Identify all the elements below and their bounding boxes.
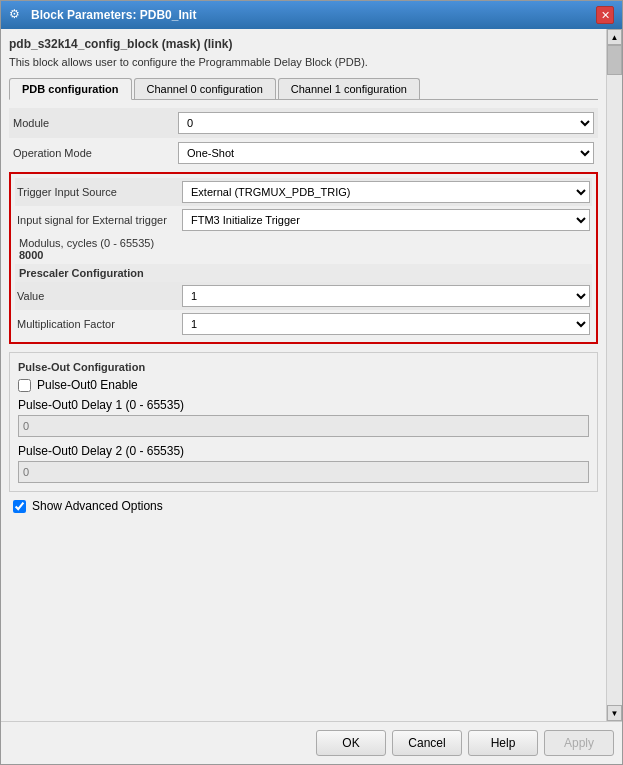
pulse-out0-enable-row: Pulse-Out0 Enable bbox=[14, 375, 593, 395]
scrollbar-up-button[interactable]: ▲ bbox=[607, 29, 622, 45]
cancel-button[interactable]: Cancel bbox=[392, 730, 462, 756]
window-title: Block Parameters: PDB0_Init bbox=[31, 8, 196, 22]
tab-bar: PDB configuration Channel 0 configuratio… bbox=[9, 78, 598, 100]
scrollbar-track[interactable] bbox=[607, 45, 622, 705]
title-bar-left: ⚙ Block Parameters: PDB0_Init bbox=[9, 7, 196, 23]
modulus-cycles-value: 8000 bbox=[15, 249, 592, 264]
pulse-out-header: Pulse-Out Configuration bbox=[14, 357, 593, 375]
multiplication-factor-label: Multiplication Factor bbox=[17, 318, 182, 330]
module-control: 0 1 bbox=[178, 112, 594, 134]
modulus-cycles-label: Modulus, cycles (0 - 65535) bbox=[15, 234, 592, 249]
scrollbar-down-button[interactable]: ▼ bbox=[607, 705, 622, 721]
input-signal-external-select[interactable]: FTM3 Initialize Trigger FTM0 Initialize … bbox=[182, 209, 590, 231]
pulse-out0-delay2-input-row bbox=[14, 461, 593, 487]
tab-channel1-configuration[interactable]: Channel 1 configuration bbox=[278, 78, 420, 99]
tab-pdb-configuration[interactable]: PDB configuration bbox=[9, 78, 132, 100]
pulse-out0-delay1-input[interactable] bbox=[18, 415, 589, 437]
trigger-input-source-control: External (TRGMUX_PDB_TRIG) Software Trig… bbox=[182, 181, 590, 203]
scrollbar-thumb[interactable] bbox=[607, 45, 622, 75]
help-button[interactable]: Help bbox=[468, 730, 538, 756]
show-advanced-row: Show Advanced Options bbox=[9, 496, 598, 516]
input-signal-external-row: Input signal for External trigger FTM3 I… bbox=[15, 206, 592, 234]
pulse-out0-enable-checkbox[interactable] bbox=[18, 379, 31, 392]
input-signal-external-control: FTM3 Initialize Trigger FTM0 Initialize … bbox=[182, 209, 590, 231]
pulse-out0-enable-label: Pulse-Out0 Enable bbox=[37, 378, 138, 392]
show-advanced-label: Show Advanced Options bbox=[32, 499, 163, 513]
pulse-out0-delay2-label: Pulse-Out0 Delay 2 (0 - 65535) bbox=[18, 444, 589, 458]
module-row: Module 0 1 bbox=[9, 108, 598, 138]
operation-mode-select[interactable]: One-Shot Continuous Back-to-Back bbox=[178, 142, 594, 164]
input-signal-external-label: Input signal for External trigger bbox=[17, 214, 182, 226]
module-select[interactable]: 0 1 bbox=[178, 112, 594, 134]
operation-mode-control: One-Shot Continuous Back-to-Back bbox=[178, 142, 594, 164]
prescaler-value-control: 1 2 4 8 16 32 64 128 bbox=[182, 285, 590, 307]
trigger-input-source-label: Trigger Input Source bbox=[17, 186, 182, 198]
pulse-out0-delay1-label: Pulse-Out0 Delay 1 (0 - 65535) bbox=[18, 398, 589, 412]
title-bar: ⚙ Block Parameters: PDB0_Init ✕ bbox=[1, 1, 622, 29]
show-advanced-checkbox[interactable] bbox=[13, 500, 26, 513]
main-window: ⚙ Block Parameters: PDB0_Init ✕ pdb_s32k… bbox=[0, 0, 623, 765]
red-border-section: Trigger Input Source External (TRGMUX_PD… bbox=[9, 172, 598, 344]
prescaler-value-select[interactable]: 1 2 4 8 16 32 64 128 bbox=[182, 285, 590, 307]
prescaler-value-label: Value bbox=[17, 290, 182, 302]
pulse-out0-delay1-input-row bbox=[14, 415, 593, 441]
pulse-out-section: Pulse-Out Configuration Pulse-Out0 Enabl… bbox=[9, 352, 598, 492]
trigger-input-source-row: Trigger Input Source External (TRGMUX_PD… bbox=[15, 178, 592, 206]
prescaler-configuration-header: Prescaler Configuration bbox=[15, 264, 592, 282]
apply-button[interactable]: Apply bbox=[544, 730, 614, 756]
ok-button[interactable]: OK bbox=[316, 730, 386, 756]
pulse-out0-delay2-label-row: Pulse-Out0 Delay 2 (0 - 65535) bbox=[14, 441, 593, 461]
trigger-input-source-select[interactable]: External (TRGMUX_PDB_TRIG) Software Trig… bbox=[182, 181, 590, 203]
multiplication-factor-select[interactable]: 1 10 20 40 bbox=[182, 313, 590, 335]
block-description: This block allows user to configure the … bbox=[9, 55, 598, 70]
operation-mode-row: Operation Mode One-Shot Continuous Back-… bbox=[9, 138, 598, 168]
prescaler-value-row: Value 1 2 4 8 16 32 64 128 bbox=[15, 282, 592, 310]
tab-channel0-configuration[interactable]: Channel 0 configuration bbox=[134, 78, 276, 99]
close-button[interactable]: ✕ bbox=[596, 6, 614, 24]
window-icon: ⚙ bbox=[9, 7, 25, 23]
button-bar: OK Cancel Help Apply bbox=[1, 721, 622, 764]
operation-mode-label: Operation Mode bbox=[13, 147, 178, 159]
block-name: pdb_s32k14_config_block (mask) (link) bbox=[9, 37, 598, 51]
pulse-out0-delay2-input[interactable] bbox=[18, 461, 589, 483]
content-area: pdb_s32k14_config_block (mask) (link) Th… bbox=[1, 29, 606, 721]
multiplication-factor-control: 1 10 20 40 bbox=[182, 313, 590, 335]
module-label: Module bbox=[13, 117, 178, 129]
pulse-out0-delay1-label-row: Pulse-Out0 Delay 1 (0 - 65535) bbox=[14, 395, 593, 415]
scrollbar[interactable]: ▲ ▼ bbox=[606, 29, 622, 721]
multiplication-factor-row: Multiplication Factor 1 10 20 40 bbox=[15, 310, 592, 338]
